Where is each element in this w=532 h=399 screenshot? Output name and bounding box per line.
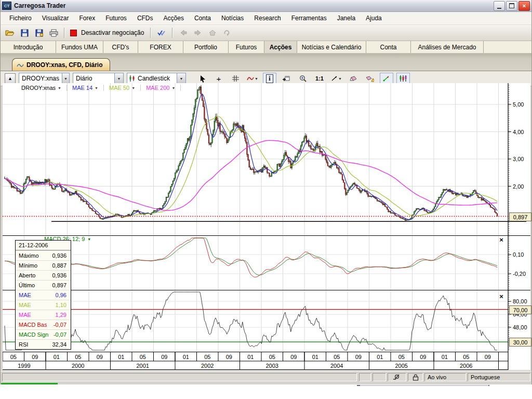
restore-button[interactable] (506, 1, 517, 11)
tab-cfd-s[interactable]: CFD's (103, 41, 138, 53)
tooltip-row: Mínimo0,887 (16, 260, 71, 270)
print-button[interactable] (47, 27, 60, 38)
menu-item-ficheiro[interactable]: Ficheiro (5, 13, 36, 23)
save-button[interactable] (18, 27, 31, 38)
close-button[interactable]: × (518, 1, 530, 11)
tab-forex[interactable]: FOREX (138, 41, 183, 53)
tooltip-row: MAE0,96 (16, 290, 71, 300)
symbol-select[interactable]: DROOY:xnas ▼ (19, 73, 70, 84)
svg-text:01: 01 (54, 354, 60, 360)
menu-item-conta[interactable]: Conta (190, 13, 216, 23)
lock-icon (413, 374, 419, 381)
app-icon: CT (2, 2, 11, 10)
tab-portfolio[interactable]: Portfolio (183, 41, 229, 53)
refresh-icon (223, 30, 231, 36)
rsi-pane-close-button[interactable]: × (497, 294, 506, 301)
draw-line-tool-button[interactable]: ▼ (329, 73, 343, 84)
crosshair-tool-button[interactable]: + (212, 73, 225, 84)
price-chart[interactable]: 5,004,003,002,000,10-0,2080,0064,0048,00… (3, 83, 530, 370)
tab-conta[interactable]: Conta (366, 41, 411, 53)
grid-toggle-button[interactable] (229, 73, 242, 84)
trendline-icon (331, 75, 338, 82)
double-check-icon (157, 30, 166, 36)
menu-item-cfds[interactable]: CFDs (132, 13, 158, 23)
zoom-reset-button[interactable]: 1:1 (313, 73, 326, 84)
tooltip-row: RSI32,34 (16, 339, 71, 349)
zoom-button[interactable] (296, 73, 310, 84)
menu-item-acções[interactable]: Acções (159, 13, 189, 23)
status-panel (359, 373, 371, 381)
open-folder-icon (5, 29, 15, 36)
tooltip-row: Aberto0,936 (16, 270, 71, 280)
svg-text:0,10: 0,10 (513, 251, 524, 258)
scroll-remnant (357, 385, 489, 386)
ma-legend-item[interactable]: MAE 50▼ (104, 85, 141, 91)
menu-item-research[interactable]: Research (249, 13, 285, 23)
document-tab[interactable]: DROOY:xnas, CFD, Diário (12, 58, 110, 71)
svg-text:09: 09 (161, 354, 167, 360)
chevron-down-icon: ▼ (255, 77, 258, 81)
ma-legend-item[interactable]: MAE 200▼ (141, 85, 181, 91)
info-tooltip-button[interactable]: i (263, 73, 276, 84)
tab-introdu-o[interactable]: Introdução (1, 41, 56, 53)
svg-text:05: 05 (75, 354, 81, 360)
arrow-left-icon (180, 30, 187, 36)
chart-legend: DROOY:xnas▼MAE 14▼MAE 50▼MAE 200▼ (16, 85, 181, 91)
erase-all-button[interactable] (363, 73, 377, 84)
forward-button[interactable] (192, 27, 204, 38)
confirm-check-button[interactable] (155, 27, 168, 38)
svg-text:2002: 2002 (201, 363, 214, 369)
chart-style-select[interactable]: Candlestick ▼ (127, 73, 186, 84)
menu-item-ferramentas[interactable]: Ferramentas (287, 13, 331, 23)
tooltip-row: Último0,897 (16, 280, 71, 290)
svg-text:05: 05 (398, 354, 405, 360)
tab-not-cias-e-calend-rio[interactable]: Notícias e Calendário (297, 41, 366, 53)
save-as-button[interactable] (33, 27, 45, 38)
menu-item-ajuda[interactable]: Ajuda (361, 13, 387, 23)
chevron-down-icon: ▼ (131, 86, 135, 90)
svg-text:2003: 2003 (266, 363, 278, 369)
svg-text:01: 01 (247, 354, 254, 360)
macd-pane-close-button[interactable]: × (497, 237, 506, 244)
tab-futuros[interactable]: Futuros (229, 41, 264, 53)
ma-legend-item[interactable]: MAE 14▼ (67, 85, 104, 91)
symbol-legend-item[interactable]: DROOY:xnas▼ (16, 85, 67, 91)
svg-text:09: 09 (290, 354, 297, 360)
menu-item-notícias[interactable]: Notícias (217, 13, 248, 23)
chart-wave-icon (17, 62, 24, 68)
svg-text:05: 05 (10, 354, 17, 360)
pointer-tool-button[interactable] (195, 73, 209, 84)
tab-an-lises-de-mercado[interactable]: Análises de Mercado (411, 41, 484, 53)
home-icon (209, 30, 216, 36)
grid-icon (232, 75, 239, 82)
svg-text:1999: 1999 (18, 363, 30, 369)
svg-text:05: 05 (463, 354, 469, 360)
collapse-panel-button[interactable]: ▲ (5, 73, 16, 84)
svg-text:2006: 2006 (460, 363, 472, 369)
trading-status-icon (70, 30, 77, 36)
svg-text:-0,20: -0,20 (513, 271, 526, 277)
menu-item-janela[interactable]: Janela (332, 13, 360, 23)
add-pane-button[interactable] (280, 73, 293, 84)
magnifier-icon (299, 75, 307, 82)
menu-item-forex[interactable]: Forex (75, 13, 100, 23)
color-bars-button[interactable] (396, 73, 410, 84)
minimize-button[interactable] (494, 1, 505, 11)
menu-item-visualizar[interactable]: Visualizar (37, 13, 74, 23)
svg-text:2005: 2005 (395, 363, 408, 369)
eraser-button[interactable] (347, 73, 360, 84)
svg-text:2001: 2001 (137, 363, 149, 369)
svg-text:09: 09 (420, 354, 426, 360)
period-select[interactable]: Diário ▼ (73, 73, 124, 84)
home-button[interactable] (206, 27, 219, 38)
open-file-button[interactable] (4, 27, 16, 38)
tab-ac-es[interactable]: Acções (264, 41, 297, 53)
indicator-menu-button[interactable]: ▼ (245, 73, 260, 84)
document-tab-label: DROOY:xnas, CFD, Diário (26, 61, 102, 69)
trading-toggle-label[interactable]: Desactivar negociação (81, 29, 144, 36)
menu-item-futuros[interactable]: Futuros (101, 13, 131, 23)
back-button[interactable] (177, 27, 190, 38)
refresh-button[interactable] (221, 27, 233, 38)
tab-fundos-uma[interactable]: Fundos UMA (56, 41, 103, 53)
measure-tool-button[interactable] (380, 73, 393, 84)
